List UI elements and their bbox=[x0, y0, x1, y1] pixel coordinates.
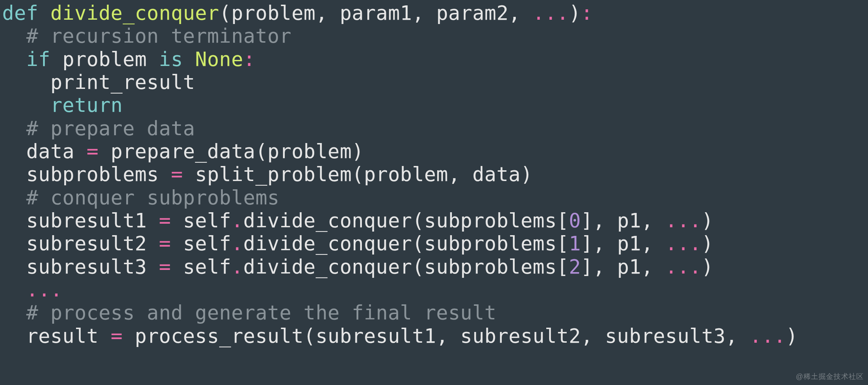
code-token: ) bbox=[352, 140, 364, 163]
code-token: None bbox=[195, 48, 243, 71]
code-line: # recursion terminator bbox=[2, 24, 292, 47]
code-token: , bbox=[448, 163, 472, 186]
code-line: def divide_conquer(problem, param1, para… bbox=[2, 1, 593, 24]
code-block: def divide_conquer(problem, param1, para… bbox=[0, 0, 868, 347]
code-token: ... bbox=[750, 324, 786, 347]
code-token: , bbox=[641, 232, 665, 255]
code-token: ] bbox=[581, 209, 593, 232]
code-token: param1 bbox=[340, 1, 412, 24]
code-token: = bbox=[159, 209, 171, 232]
code-token: p1 bbox=[617, 209, 641, 232]
code-token: ) bbox=[702, 255, 714, 278]
code-line: ... bbox=[2, 278, 62, 301]
code-token: ) bbox=[569, 1, 581, 24]
code-token: 2 bbox=[569, 255, 581, 278]
code-token: ... bbox=[665, 255, 702, 278]
code-token: subresult1 bbox=[316, 324, 436, 347]
code-token: , bbox=[641, 255, 665, 278]
code-token: p1 bbox=[617, 255, 641, 278]
code-token: self bbox=[171, 255, 231, 278]
code-token: = bbox=[86, 140, 99, 163]
code-token: 0 bbox=[569, 209, 581, 232]
code-token: ... bbox=[665, 232, 702, 255]
code-token: subproblems bbox=[424, 209, 557, 232]
code-token: problem bbox=[62, 48, 159, 71]
code-token: print_result bbox=[50, 71, 195, 94]
code-token: divide_conquer bbox=[243, 232, 412, 255]
code-line: data = prepare_data(problem) bbox=[2, 140, 364, 163]
code-line: if problem is None: bbox=[2, 48, 255, 71]
code-token: , bbox=[593, 232, 617, 255]
code-token: divide_conquer bbox=[243, 209, 412, 232]
code-token: self bbox=[171, 209, 231, 232]
code-token: subproblems bbox=[424, 232, 557, 255]
code-token: ( bbox=[303, 324, 316, 347]
code-token: . bbox=[231, 209, 244, 232]
code-token: : bbox=[243, 48, 255, 71]
code-token: ] bbox=[581, 255, 593, 278]
code-token: subresult3 bbox=[605, 324, 726, 347]
code-line: subproblems = split_problem(problem, dat… bbox=[2, 163, 533, 186]
code-line: # process and generate the final result bbox=[2, 301, 496, 324]
code-token: data bbox=[26, 140, 86, 163]
code-line: subresult1 = self.divide_conquer(subprob… bbox=[2, 209, 713, 232]
code-token: ( bbox=[219, 1, 231, 24]
code-token: ( bbox=[412, 209, 424, 232]
code-token: ... bbox=[665, 209, 702, 232]
code-token: = bbox=[111, 324, 123, 347]
code-token: ( bbox=[352, 163, 364, 186]
code-token: # conquer subproblems bbox=[26, 186, 279, 209]
code-token: , bbox=[509, 1, 533, 24]
code-token: subresult2 bbox=[460, 324, 581, 347]
code-token: ( bbox=[255, 140, 268, 163]
code-token: ) bbox=[702, 232, 714, 255]
code-token: ) bbox=[520, 163, 533, 186]
code-line: # conquer subproblems bbox=[2, 186, 279, 209]
code-token: split_problem bbox=[183, 163, 352, 186]
code-token: ) bbox=[786, 324, 798, 347]
code-token: subresult2 bbox=[26, 232, 159, 255]
code-token: = bbox=[159, 255, 171, 278]
code-token: 1 bbox=[569, 232, 581, 255]
code-token: ) bbox=[702, 209, 714, 232]
code-token: : bbox=[581, 1, 593, 24]
code-token: [ bbox=[557, 209, 569, 232]
code-token: = bbox=[159, 232, 171, 255]
code-line: result = process_result(subresult1, subr… bbox=[2, 324, 798, 347]
code-token: ... bbox=[533, 1, 569, 24]
code-token: def bbox=[2, 1, 50, 24]
code-line: subresult3 = self.divide_conquer(subprob… bbox=[2, 255, 713, 278]
code-token: subresult1 bbox=[26, 209, 159, 232]
code-token: divide_conquer bbox=[50, 1, 219, 24]
code-token: p1 bbox=[617, 232, 641, 255]
code-token: . bbox=[231, 255, 244, 278]
code-line: return bbox=[2, 94, 123, 117]
code-line: print_result bbox=[2, 71, 195, 94]
code-token: subproblems bbox=[26, 163, 171, 186]
code-token: subresult3 bbox=[26, 255, 159, 278]
code-token: [ bbox=[557, 255, 569, 278]
code-token: problem bbox=[268, 140, 352, 163]
code-token: if bbox=[26, 48, 62, 71]
code-token: = bbox=[171, 163, 183, 186]
code-token: problem bbox=[364, 163, 448, 186]
code-token: self bbox=[171, 232, 231, 255]
code-token: , bbox=[641, 209, 665, 232]
code-token: , bbox=[436, 324, 460, 347]
code-token: , bbox=[593, 209, 617, 232]
code-token: ( bbox=[412, 255, 424, 278]
code-token: data bbox=[472, 163, 520, 186]
code-token: subproblems bbox=[424, 255, 557, 278]
code-token: # prepare data bbox=[26, 117, 195, 140]
code-token: # process and generate the final result bbox=[26, 301, 496, 324]
code-token: result bbox=[26, 324, 110, 347]
code-token: process_result bbox=[123, 324, 303, 347]
code-token: ( bbox=[412, 232, 424, 255]
watermark-text: @稀土掘金技术社区 bbox=[796, 372, 864, 381]
code-token: divide_conquer bbox=[243, 255, 412, 278]
code-token: prepare_data bbox=[99, 140, 255, 163]
code-token: , bbox=[316, 1, 340, 24]
code-line: # prepare data bbox=[2, 117, 195, 140]
code-token: ] bbox=[581, 232, 593, 255]
code-token: , bbox=[726, 324, 750, 347]
